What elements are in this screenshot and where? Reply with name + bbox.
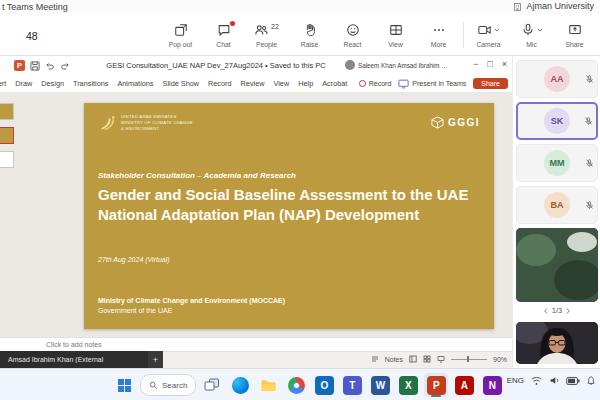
maximize-button[interactable]: □ <box>487 59 492 69</box>
mic-icon <box>521 23 543 38</box>
page-indicator: 1/3 <box>552 306 562 315</box>
acrobat-app[interactable]: A <box>452 373 476 397</box>
chat-button[interactable]: Chat <box>202 17 245 53</box>
org-name: Ajman University <box>526 1 594 11</box>
slide-sorter-icon[interactable] <box>423 355 431 363</box>
close-button[interactable]: × <box>502 59 507 69</box>
tab-animations[interactable]: Animations <box>117 79 153 88</box>
view-button[interactable]: View <box>374 17 417 53</box>
avatar: BA <box>544 192 570 218</box>
self-video-tile[interactable] <box>516 322 598 364</box>
undo-icon[interactable] <box>45 61 55 70</box>
file-explorer-app[interactable] <box>256 373 280 397</box>
file-explorer-icon <box>260 378 277 393</box>
gggi-cube-icon <box>431 116 444 129</box>
account-chip[interactable]: Saleem Khan Amsad Ibrahim Khan <box>345 60 450 70</box>
account-avatar <box>345 60 355 70</box>
edge-app[interactable] <box>228 373 252 397</box>
avatar: MM <box>544 150 570 176</box>
slide-thumbnail[interactable] <box>0 151 14 168</box>
tab-view[interactable]: View <box>274 79 290 88</box>
record-button[interactable]: Record <box>359 80 392 87</box>
chevron-down-icon <box>537 28 543 32</box>
participants-rail: AA SK MM BA 1/3 <box>512 56 600 368</box>
window-title: t Teams Meeting <box>2 2 68 12</box>
tab-insert[interactable]: Insert <box>0 79 6 88</box>
zoom-level[interactable]: 90% <box>493 356 507 363</box>
chevron-left-icon[interactable] <box>543 307 548 315</box>
language-indicator[interactable]: ENG <box>507 376 524 385</box>
avatar: SK <box>544 108 570 134</box>
volume-icon[interactable] <box>549 375 560 386</box>
meeting-timer: 48 <box>26 30 38 42</box>
powerpoint-logo-icon: P <box>14 60 25 71</box>
camera-button[interactable]: Camera <box>467 17 510 53</box>
mic-muted-icon <box>585 159 594 168</box>
tab-slide-show[interactable]: Slide Show <box>163 79 200 88</box>
participant-tile[interactable]: AA <box>516 60 598 98</box>
react-button[interactable]: React <box>331 17 374 53</box>
save-icon[interactable] <box>30 61 40 71</box>
tab-acrobat[interactable]: Acrobat <box>322 79 347 88</box>
participant-tile-speaking[interactable]: SK <box>516 102 598 140</box>
mic-muted-icon <box>584 117 593 126</box>
slide-canvas-area: UNITED ARAB EMIRATES MINISTRY OF CLIMATE… <box>0 93 512 337</box>
slide-thumbnail-selected[interactable] <box>0 127 14 144</box>
chrome-app[interactable] <box>284 373 308 397</box>
wifi-icon[interactable] <box>530 375 543 386</box>
tray-chevron-up-icon[interactable] <box>492 377 501 384</box>
redo-icon[interactable] <box>60 61 70 70</box>
participants-pagination: 1/3 <box>513 306 600 315</box>
slideshow-view-icon[interactable] <box>437 355 445 363</box>
present-in-teams-button[interactable]: Present in Teams <box>398 79 466 89</box>
taskbar-search[interactable]: Search <box>140 374 196 396</box>
word-app[interactable]: W <box>368 373 392 397</box>
people-count: 22 <box>271 23 279 30</box>
more-button[interactable]: More <box>417 17 460 53</box>
participant-tile[interactable]: BA <box>516 186 598 224</box>
slide[interactable]: UNITED ARAB EMIRATES MINISTRY OF CLIMATE… <box>84 103 494 329</box>
new-tab-button[interactable]: + <box>148 351 163 368</box>
chat-notification-dot <box>230 21 235 26</box>
background-window-tab[interactable]: Amsad Ibrahim Khan (External <box>0 351 148 368</box>
tab-draw[interactable]: Draw <box>15 79 32 88</box>
powerpoint-app-active[interactable]: P <box>424 373 448 397</box>
notification-bell-icon[interactable] <box>586 375 596 386</box>
notes-placeholder: Click to add notes <box>46 341 102 348</box>
excel-app[interactable]: X <box>396 373 420 397</box>
mic-button[interactable]: Mic <box>510 17 553 53</box>
zoom-knob[interactable] <box>467 356 470 362</box>
normal-view-icon[interactable] <box>409 355 417 363</box>
start-button[interactable] <box>112 373 136 397</box>
task-view-button[interactable] <box>200 373 224 397</box>
participant-video-tile[interactable] <box>516 228 598 302</box>
chevron-down-icon <box>494 28 500 32</box>
chat-icon <box>217 23 231 38</box>
tab-record[interactable]: Record <box>208 79 232 88</box>
teams-app[interactable]: T <box>340 373 364 397</box>
status-notes-label[interactable]: Notes <box>385 356 403 363</box>
popout-button[interactable]: Pop out <box>159 17 202 53</box>
battery-icon[interactable] <box>566 376 580 386</box>
tab-help[interactable]: Help <box>298 79 313 88</box>
people-button[interactable]: 22 People <box>245 17 288 53</box>
ppt-share-button[interactable]: Share <box>473 78 508 89</box>
org-chip[interactable]: Ajman University <box>513 1 594 11</box>
toolbar-divider <box>463 22 464 48</box>
outlook-app[interactable]: O <box>312 373 336 397</box>
zoom-slider[interactable] <box>451 359 487 360</box>
raise-hand-button[interactable]: Raise <box>288 17 331 53</box>
screen: t Teams Meeting Ajman University 48 Pop … <box>0 0 600 400</box>
share-screen-button[interactable]: Share <box>553 17 596 53</box>
minimize-button[interactable]: − <box>473 59 478 69</box>
tab-review[interactable]: Review <box>241 79 265 88</box>
notes-pane[interactable]: Click to add notes <box>0 337 512 351</box>
participant-tile[interactable]: MM <box>516 144 598 182</box>
tab-design[interactable]: Design <box>41 79 64 88</box>
gggi-label: GGGI <box>448 117 480 128</box>
tab-transitions[interactable]: Transitions <box>73 79 108 88</box>
taskbar: Search O T W X P A N <box>0 368 600 400</box>
slide-thumbnail[interactable] <box>0 103 14 120</box>
document-title[interactable]: GESI Consultation_UAE NAP Dev_27Aug2024 … <box>96 61 336 70</box>
chevron-right-icon[interactable] <box>566 307 571 315</box>
